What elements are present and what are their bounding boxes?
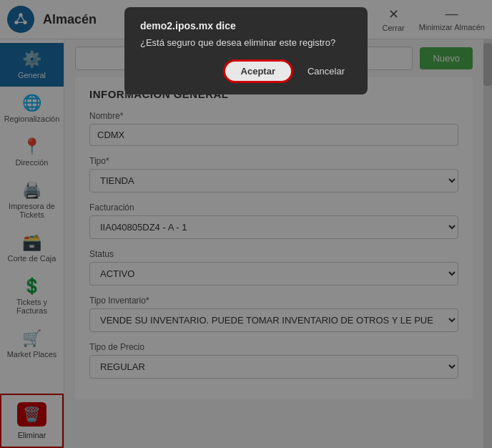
dialog-box: demo2.ipos.mx dice ¿Está seguro que dese… xyxy=(124,7,368,94)
aceptar-button[interactable]: Aceptar xyxy=(223,59,293,83)
dialog-buttons: Aceptar Cancelar xyxy=(140,59,352,83)
dialog-message: ¿Está seguro que desea eliminar este reg… xyxy=(140,37,352,48)
dialog-title: demo2.ipos.mx dice xyxy=(140,20,352,31)
app-container: Almacén ✕ Cerrar — Minimizar Almacén ⚙️ … xyxy=(0,0,492,448)
dialog-overlay: demo2.ipos.mx dice ¿Está seguro que dese… xyxy=(0,0,492,448)
cancelar-button[interactable]: Cancelar xyxy=(300,59,352,83)
